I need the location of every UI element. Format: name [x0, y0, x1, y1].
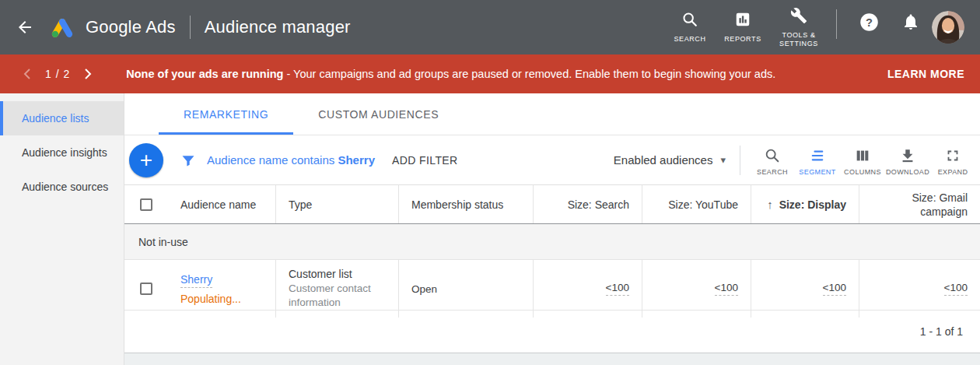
tools-settings-button[interactable]: TOOLS & SETTINGS: [769, 7, 828, 48]
search-icon: [681, 11, 698, 31]
appbar-divider: [836, 9, 837, 39]
chevron-down-icon: ▾: [720, 154, 726, 166]
expand-icon: [944, 147, 961, 164]
add-filter-button[interactable]: ADD FILTER: [392, 154, 458, 167]
select-all-checkbox[interactable]: [140, 198, 152, 211]
svg-text:?: ?: [866, 16, 873, 28]
audience-name-link[interactable]: Sherry: [180, 273, 212, 288]
row-checkbox[interactable]: [140, 283, 152, 295]
toolbar-divider: [740, 146, 740, 175]
sort-ascending-icon: ↑: [767, 198, 773, 211]
segment-button[interactable]: SEGMENT: [795, 144, 840, 176]
back-arrow-icon[interactable]: [14, 16, 36, 38]
notification-banner: 1 / 2 None of your ads are running - You…: [0, 54, 980, 93]
tab-bar: REMARKETING CUSTOM AUDIENCES: [124, 93, 980, 135]
bell-icon: [901, 12, 920, 34]
app-bar: Google Ads Audience manager SEARCH REPOR…: [0, 0, 980, 54]
cell-type: Customer list Customer contact informati…: [276, 260, 399, 318]
column-header-size-youtube[interactable]: Size: YouTube: [642, 185, 751, 223]
notifications-button[interactable]: [899, 12, 922, 35]
banner-prev-icon[interactable]: [17, 64, 37, 84]
sidebar-item-audience-sources[interactable]: Audience sources: [0, 170, 124, 204]
row-select-cell: [124, 260, 168, 318]
reports-button[interactable]: REPORTS: [716, 11, 769, 44]
add-audience-button[interactable]: +: [129, 143, 163, 177]
filter-icon[interactable]: [180, 153, 196, 168]
select-all-cell: [124, 185, 168, 223]
table-header-row: Audience name Type Membership status Siz…: [124, 185, 980, 224]
download-icon: [899, 147, 916, 164]
wrench-icon: [790, 7, 807, 27]
column-header-size-display[interactable]: ↑ Size: Display: [751, 185, 859, 223]
populating-status: Populating...: [180, 293, 263, 305]
banner-message: None of your ads are running - Your camp…: [126, 68, 775, 80]
cell-size-search: <100: [534, 260, 642, 318]
table-toolbar: + Audience name contains Sherry ADD FILT…: [124, 135, 980, 185]
cell-size-youtube: <100: [642, 260, 751, 318]
active-filter-chip[interactable]: Audience name contains Sherry: [207, 153, 375, 167]
column-header-audience-name[interactable]: Audience name: [168, 185, 276, 223]
cell-audience-name: Sherry Populating...: [168, 260, 276, 318]
learn-more-link[interactable]: LEARN MORE: [884, 61, 968, 86]
download-button[interactable]: DOWNLOAD: [885, 144, 930, 176]
bar-chart-icon: [734, 11, 751, 31]
appbar-divider: [190, 16, 191, 39]
sidebar: Audience lists Audience insights Audienc…: [0, 93, 124, 365]
audience-view-dropdown[interactable]: Enabled audiences ▾: [614, 153, 726, 167]
main-content: REMARKETING CUSTOM AUDIENCES + Audience …: [124, 93, 980, 365]
cell-size-display: <100: [751, 260, 859, 318]
filter-value: Sherry: [338, 153, 375, 167]
tab-remarketing[interactable]: REMARKETING: [159, 93, 293, 135]
banner-pagination: 1 / 2: [45, 68, 70, 80]
help-icon: ?: [859, 12, 880, 36]
column-header-membership-status[interactable]: Membership status: [399, 185, 534, 223]
group-row-not-in-use: Not in-use: [124, 224, 980, 260]
banner-next-icon[interactable]: [78, 64, 98, 84]
content-background: [124, 353, 980, 365]
sidebar-item-audience-insights[interactable]: Audience insights: [0, 135, 124, 170]
cell-membership-status: Open: [399, 260, 534, 318]
user-avatar[interactable]: [932, 11, 964, 44]
column-header-type[interactable]: Type: [276, 185, 399, 223]
column-header-size-gmail[interactable]: Size: Gmail campaign: [859, 185, 980, 223]
columns-icon: [854, 147, 871, 164]
banner-detail: - Your campaigns and ad groups are pause…: [287, 68, 776, 80]
column-header-size-search[interactable]: Size: Search: [534, 185, 642, 223]
plus-icon: +: [140, 149, 152, 171]
search-icon: [764, 147, 781, 164]
page-title: Audience manager: [205, 17, 351, 37]
tab-custom-audiences[interactable]: CUSTOM AUDIENCES: [293, 93, 464, 135]
google-ads-logo-icon[interactable]: [48, 15, 76, 40]
help-button[interactable]: ?: [857, 12, 880, 35]
sidebar-item-audience-lists[interactable]: Audience lists: [0, 101, 124, 135]
search-button[interactable]: SEARCH: [663, 11, 716, 44]
banner-title: None of your ads are running: [126, 68, 283, 80]
cell-size-gmail: <100: [859, 260, 980, 318]
columns-button[interactable]: COLUMNS: [840, 144, 885, 176]
expand-button[interactable]: EXPAND: [930, 144, 975, 176]
table-search-button[interactable]: SEARCH: [750, 144, 795, 176]
segment-icon: [809, 147, 826, 164]
product-name: Google Ads: [86, 17, 176, 37]
table-row: Sherry Populating... Customer list Custo…: [124, 260, 980, 311]
